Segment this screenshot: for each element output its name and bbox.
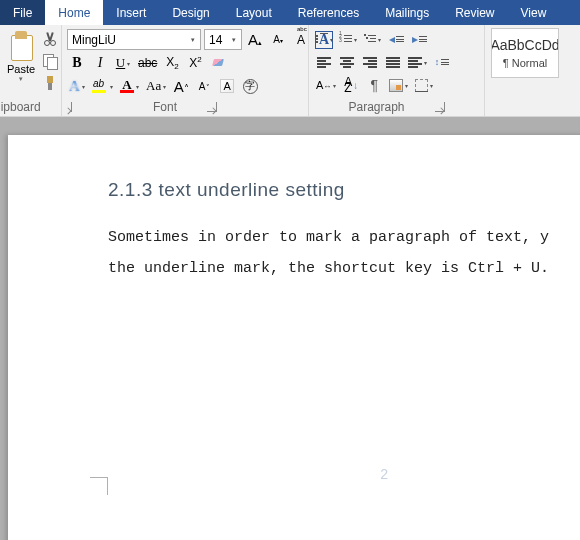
font-name-combo[interactable]: ▾ [67, 29, 201, 50]
font-name-input[interactable] [68, 30, 186, 49]
grow-font2-button[interactable]: A˄ [171, 76, 191, 96]
paragraph-launcher[interactable] [435, 102, 445, 112]
shrink-font2-button[interactable]: A˅ [194, 76, 214, 96]
tab-layout[interactable]: Layout [223, 0, 285, 25]
pilcrow-icon: ¶ [371, 77, 379, 93]
align-center-button[interactable] [337, 52, 357, 72]
page-number: 2 [380, 467, 388, 483]
group-clipboard: Paste ▾ Clipboard [0, 25, 62, 116]
font-size-dropdown-icon[interactable]: ▾ [227, 30, 241, 49]
style-name: ¶ Normal [503, 57, 547, 69]
doc-line-1[interactable]: Sometimes in order to mark a paragraph o… [108, 223, 580, 254]
page[interactable]: 2.1.3 text underline setting Sometimes i… [8, 135, 580, 540]
borders-button[interactable]: ▾ [413, 75, 435, 95]
format-painter-button[interactable] [41, 75, 59, 91]
enclose-char-button[interactable]: 字 [240, 76, 260, 96]
increase-indent-button[interactable]: ▸ [409, 29, 429, 49]
paste-dropdown-icon[interactable]: ▾ [19, 75, 23, 83]
margin-mark-icon [90, 477, 108, 495]
paste-icon [7, 29, 35, 61]
line-spacing-icon: ↕ [435, 57, 450, 67]
change-case-button[interactable]: Aa▾ [144, 76, 168, 96]
multilevel-icon [364, 33, 376, 45]
copy-button[interactable] [41, 53, 59, 69]
tab-home[interactable]: Home [45, 0, 103, 25]
italic-button[interactable]: I [90, 53, 110, 73]
numbering-button[interactable]: ▾ [338, 29, 359, 49]
clear-formatting-button[interactable] [208, 53, 228, 73]
brush-icon [44, 76, 56, 90]
font-size-combo[interactable]: ▾ [204, 29, 242, 50]
grow-font-button[interactable]: A▴ [245, 30, 265, 50]
font-name-dropdown-icon[interactable]: ▾ [186, 30, 200, 49]
ribbon: Paste ▾ Clipboard ▾ ▾ A▴ A▾ abcA A B I [0, 25, 580, 117]
decrease-indent-button[interactable]: ◂ [386, 29, 406, 49]
document-area[interactable]: 2.1.3 text underline setting Sometimes i… [0, 117, 580, 540]
font-launcher[interactable] [207, 102, 217, 112]
align-distributed-icon [408, 56, 422, 68]
font-color-button[interactable]: A▾ [118, 76, 141, 96]
highlight-button[interactable]: ▾ [90, 76, 115, 96]
underline-button[interactable]: U▾ [113, 53, 133, 73]
group-paragraph: ▾ ▾ ▾ ◂ ▸ ▾ ↕ A↔▾ AZ ¶ ▾ ▾ Parag [309, 25, 485, 116]
tab-design[interactable]: Design [159, 0, 222, 25]
text-effects-button[interactable]: A▾ [67, 76, 87, 96]
line-spacing-button[interactable]: ↕ [432, 52, 452, 72]
tab-mailings[interactable]: Mailings [372, 0, 442, 25]
align-justify-icon [386, 56, 400, 68]
phonetic-guide-button[interactable]: abcA [291, 30, 311, 50]
align-right-button[interactable] [360, 52, 380, 72]
show-marks-button[interactable]: ¶ [364, 75, 384, 95]
shading-button[interactable]: ▾ [387, 75, 410, 95]
group-styles: AaBbCcDd ¶ Normal [485, 25, 563, 116]
bullets-button[interactable]: ▾ [314, 29, 335, 49]
shading-icon [389, 79, 403, 92]
char-shading-button[interactable]: A [217, 76, 237, 96]
tab-references[interactable]: References [285, 0, 372, 25]
clipboard-group-label: Clipboard [0, 100, 41, 114]
font-group-label: Font [153, 100, 177, 114]
group-font: ▾ ▾ A▴ A▾ abcA A B I U▾ abc X2 X2 A▾ ▾ A… [62, 25, 309, 116]
bold-button[interactable]: B [67, 53, 87, 73]
align-distributed-button[interactable]: ▾ [406, 52, 429, 72]
doc-line-2[interactable]: the underline mark, the shortcut key is … [108, 254, 580, 285]
style-normal[interactable]: AaBbCcDd ¶ Normal [491, 28, 559, 78]
paragraph-group-label: Paragraph [348, 100, 404, 114]
style-sample: AaBbCcDd [491, 37, 559, 53]
scissors-icon [44, 32, 56, 46]
eraser-icon [211, 57, 225, 69]
font-size-input[interactable] [205, 30, 227, 49]
text-direction-button[interactable]: A↔▾ [314, 75, 338, 95]
tab-review[interactable]: Review [442, 0, 507, 25]
paste-button[interactable]: Paste ▾ [5, 29, 37, 83]
paste-label: Paste [7, 63, 35, 75]
tab-view[interactable]: View [508, 0, 560, 25]
tab-file[interactable]: File [0, 0, 45, 25]
shrink-font-button[interactable]: A▾ [268, 30, 288, 50]
superscript-button[interactable]: X2 [185, 53, 205, 73]
highlight-icon [92, 79, 108, 93]
align-justify-button[interactable] [383, 52, 403, 72]
borders-icon [415, 79, 428, 92]
bullets-icon [316, 33, 328, 45]
tab-insert[interactable]: Insert [103, 0, 159, 25]
subscript-button[interactable]: X2 [162, 53, 182, 73]
doc-heading[interactable]: 2.1.3 text underline setting [108, 179, 580, 201]
ribbon-tabs: File Home Insert Design Layout Reference… [0, 0, 580, 25]
align-right-icon [363, 56, 377, 68]
align-left-button[interactable] [314, 52, 334, 72]
align-center-icon [340, 56, 354, 68]
copy-icon [43, 54, 57, 68]
strikethrough-button[interactable]: abc [136, 53, 159, 73]
numbering-icon [340, 33, 352, 45]
sort-button[interactable]: AZ [341, 75, 361, 95]
align-left-icon [317, 56, 331, 68]
multilevel-button[interactable]: ▾ [362, 29, 383, 49]
cut-button[interactable] [41, 31, 59, 47]
sort-icon: AZ [344, 79, 358, 91]
